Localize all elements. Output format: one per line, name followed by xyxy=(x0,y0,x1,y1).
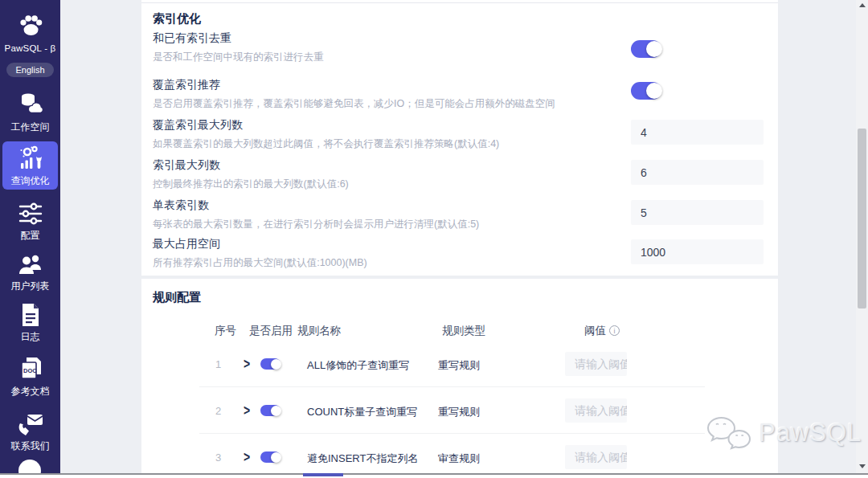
row-divider xyxy=(199,386,705,387)
index-optimization-panel: 索引优化 和已有索引去重 是否和工作空间中现有的索引进行去重 覆盖索引推荐 是否… xyxy=(141,0,778,276)
toggle-knob xyxy=(271,359,281,370)
setting-label: 覆盖索引最大列数 xyxy=(153,118,603,133)
setting-description: 如果覆盖索引的最大列数超过此阈值，将不会执行覆盖索引推荐策略(默认值:4) xyxy=(153,137,603,151)
setting-indexes-per-table: 单表索引数 每张表的最大索引数量，在进行索引分析时会提示用户进行清理(默认值:5… xyxy=(153,198,603,231)
setting-label: 和已有索引去重 xyxy=(153,31,603,46)
input-max-space[interactable] xyxy=(631,239,764,264)
reference-doc-icon: DOC xyxy=(17,356,44,382)
sidebar-item-users[interactable]: 用户列表 xyxy=(0,252,60,293)
bottom-edge-line xyxy=(0,473,868,475)
col-header-type: 规则类型 xyxy=(442,324,485,338)
toggle-dedupe-existing-indexes[interactable] xyxy=(631,40,661,58)
wechat-icon xyxy=(706,415,752,451)
row-divider xyxy=(199,433,705,434)
expand-chevron-icon[interactable]: > xyxy=(244,357,250,370)
toggle-knob xyxy=(271,406,281,416)
setting-dedupe-existing-indexes: 和已有索引去重 是否和工作空间中现有的索引进行去重 xyxy=(153,31,603,64)
contact-icon xyxy=(17,412,44,436)
users-icon xyxy=(17,252,44,276)
rule-name: ALL修饰的子查询重写 xyxy=(307,358,409,373)
expand-chevron-icon[interactable]: > xyxy=(244,451,250,464)
rule-enabled-toggle[interactable] xyxy=(260,358,280,370)
rule-threshold-input[interactable] xyxy=(565,352,627,376)
setting-description: 是否启用覆盖索引推荐，覆盖索引能够避免回表，减少IO；但是可能会占用额外的磁盘空… xyxy=(153,97,603,111)
sidebar-item-label: 日志 xyxy=(21,330,40,344)
setting-label: 最大占用空间 xyxy=(153,237,603,251)
sidebar-item-log[interactable]: 日志 xyxy=(0,303,60,344)
rule-threshold-input[interactable] xyxy=(565,398,627,423)
sidebar-item-query-optimization[interactable]: 查询优化 xyxy=(0,145,60,188)
section-title-rule-configuration: 规则配置 xyxy=(153,290,201,305)
sliders-icon xyxy=(18,202,43,226)
sidebar-item-config[interactable]: 配置 xyxy=(0,202,60,243)
toggle-knob xyxy=(646,41,662,57)
svg-text:DOC: DOC xyxy=(23,367,37,374)
language-toggle-button[interactable]: English xyxy=(6,63,53,77)
rule-name: 避免INSERT不指定列名 xyxy=(307,451,418,466)
setting-label: 覆盖索引推荐 xyxy=(153,78,603,92)
pawsql-settings-page: PawSQL - β English 工作空间 xyxy=(0,0,868,478)
scrollbar-up-arrow-icon[interactable] xyxy=(859,3,866,7)
rule-name: COUNT标量子查询重写 xyxy=(307,405,417,419)
toggle-knob xyxy=(646,83,662,99)
input-covering-index-max-columns[interactable] xyxy=(631,120,764,145)
vertical-scrollbar[interactable] xyxy=(856,0,868,473)
rule-type: 审查规则 xyxy=(438,451,480,466)
brand-name: PawSQL - β xyxy=(0,43,60,53)
sidebar-item-label: 用户列表 xyxy=(11,280,50,293)
col-header-threshold: 阈值i xyxy=(584,324,620,338)
rule-configuration-panel: 规则配置 序号 是否启用 规则名称 规则类型 阈值i 1 > ALL修饰的子查询… xyxy=(141,279,778,473)
setting-covering-index-recommendation: 覆盖索引推荐 是否启用覆盖索引推荐，覆盖索引能够避免回表，减少IO；但是可能会占… xyxy=(153,78,603,111)
rule-enabled-toggle[interactable] xyxy=(260,405,280,416)
section-title-index-optimization: 索引优化 xyxy=(153,11,201,27)
rule-type: 重写规则 xyxy=(438,358,480,373)
sidebar: PawSQL - β English 工作空间 xyxy=(0,0,60,473)
toggle-knob xyxy=(271,452,281,463)
sidebar-item-label: 查询优化 xyxy=(11,174,50,188)
input-indexes-per-table[interactable] xyxy=(631,200,764,225)
sidebar-item-contact[interactable]: 联系我们 xyxy=(0,412,60,453)
watermark-brand-text: PawSQL xyxy=(759,419,862,447)
setting-max-space: 最大占用空间 所有推荐索引占用的最大空间(默认值:1000)(MB) xyxy=(153,237,603,270)
sidebar-item-label: 参考文档 xyxy=(11,385,50,398)
rule-row-number: 3 xyxy=(215,451,221,464)
window-bottom-edge xyxy=(0,473,868,478)
col-header-name: 规则名称 xyxy=(297,324,341,338)
col-header-no: 序号 xyxy=(215,324,236,338)
setting-index-max-columns: 索引最大列数 控制最终推荐出的索引的最大列数(默认值:6) xyxy=(153,158,603,191)
scrollbar-thumb[interactable] xyxy=(858,129,866,308)
sidebar-item-label: 配置 xyxy=(21,229,40,243)
sidebar-item-reference-docs[interactable]: DOC 参考文档 xyxy=(0,356,60,398)
wechat-pawsql-watermark: PawSQL xyxy=(706,415,862,451)
query-optimize-icon xyxy=(17,145,44,171)
rule-row-number: 1 xyxy=(215,358,221,370)
toggle-covering-index-recommendation[interactable] xyxy=(631,82,661,100)
rule-threshold-input[interactable] xyxy=(565,445,627,469)
setting-description: 控制最终推荐出的索引的最大列数(默认值:6) xyxy=(153,178,603,191)
bottom-accent-fragment xyxy=(303,473,343,476)
rule-type: 重写规则 xyxy=(438,405,480,419)
scrollbar-down-arrow-icon[interactable] xyxy=(859,464,866,468)
setting-label: 单表索引数 xyxy=(153,198,603,213)
sidebar-item-label: 联系我们 xyxy=(11,439,50,453)
setting-description: 每张表的最大索引数量，在进行索引分析时会提示用户进行清理(默认值:5) xyxy=(153,218,603,231)
panel-top-border xyxy=(141,2,778,3)
input-index-max-columns[interactable] xyxy=(631,160,764,185)
info-icon[interactable]: i xyxy=(609,325,620,336)
sidebar-item-workspace[interactable]: 工作空间 xyxy=(0,90,60,134)
setting-description: 是否和工作空间中现有的索引进行去重 xyxy=(153,51,603,64)
setting-covering-index-max-columns: 覆盖索引最大列数 如果覆盖索引的最大列数超过此阈值，将不会执行覆盖索引推荐策略(… xyxy=(153,118,603,151)
log-doc-icon xyxy=(20,303,41,327)
setting-label: 索引最大列数 xyxy=(153,158,603,173)
paw-logo-icon xyxy=(0,11,60,40)
setting-description: 所有推荐索引占用的最大空间(默认值:1000)(MB) xyxy=(153,256,603,270)
rule-row-number: 2 xyxy=(215,405,221,417)
col-header-enabled: 是否启用 xyxy=(249,324,293,338)
sidebar-item-label: 工作空间 xyxy=(11,121,50,134)
expand-chevron-icon[interactable]: > xyxy=(244,404,250,417)
workspace-database-icon xyxy=(17,90,44,117)
rule-enabled-toggle[interactable] xyxy=(260,451,280,463)
